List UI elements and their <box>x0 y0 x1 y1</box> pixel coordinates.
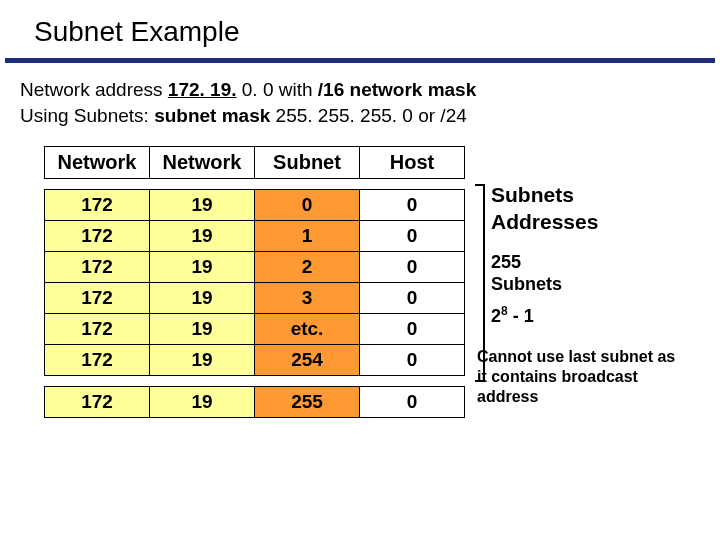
slide-title: Subnet Example <box>20 10 700 54</box>
intro-line2b: subnet mask <box>154 105 270 126</box>
cell-net1: 172 <box>45 345 150 376</box>
table-row: 172 19 0 0 <box>45 190 465 221</box>
note-subnets-addresses-l1: Subnets <box>491 182 677 208</box>
cell-net2: 19 <box>150 345 255 376</box>
cell-net1: 172 <box>45 221 150 252</box>
bracket-icon <box>473 184 485 382</box>
formula-exp: 8 <box>501 304 508 318</box>
cell-subnet: 0 <box>255 190 360 221</box>
col-host: Host <box>360 147 465 179</box>
cell-net1: 172 <box>45 387 150 418</box>
intro-text: Network address 172. 19. 0. 0 with /16 n… <box>20 77 700 128</box>
cell-host: 0 <box>360 314 465 345</box>
table-row: 172 19 etc. 0 <box>45 314 465 345</box>
cell-host: 0 <box>360 190 465 221</box>
cell-net2: 19 <box>150 252 255 283</box>
intro-line2c: 255. 255. 255. 0 or /24 <box>270 105 467 126</box>
col-subnet: Subnet <box>255 147 360 179</box>
intro-prefix: Network address <box>20 79 168 100</box>
table-row: 172 19 1 0 <box>45 221 465 252</box>
intro-addr: 172. 19. <box>168 79 237 100</box>
formula-base: 2 <box>491 306 501 326</box>
cell-subnet: 3 <box>255 283 360 314</box>
intro-mask1: /16 network mask <box>318 79 476 100</box>
cell-net1: 172 <box>45 314 150 345</box>
note-255-label: Subnets <box>491 274 562 294</box>
intro-line2a: Using Subnets: <box>20 105 154 126</box>
table-row: 172 19 3 0 <box>45 283 465 314</box>
table-row-last: 172 19 255 0 <box>45 387 465 418</box>
cell-host: 0 <box>360 221 465 252</box>
cell-net1: 172 <box>45 190 150 221</box>
cell-net1: 172 <box>45 283 150 314</box>
formula-rest: - 1 <box>508 306 534 326</box>
note-subnets-addresses-l2: Addresses <box>491 209 677 235</box>
note-broadcast-warning: Cannot use last subnet as it contains br… <box>477 347 677 407</box>
cell-subnet: 2 <box>255 252 360 283</box>
cell-subnet: 254 <box>255 345 360 376</box>
note-255-number: 255 <box>491 252 521 272</box>
cell-host: 0 <box>360 345 465 376</box>
cell-host: 0 <box>360 283 465 314</box>
table-header-row: Network Network Subnet Host <box>45 147 465 179</box>
intro-suffix1: 0. 0 with <box>237 79 318 100</box>
cell-net2: 19 <box>150 314 255 345</box>
col-network1: Network <box>45 147 150 179</box>
cell-net1: 172 <box>45 252 150 283</box>
cell-net2: 19 <box>150 283 255 314</box>
cell-net2: 19 <box>150 387 255 418</box>
divider <box>5 58 715 63</box>
cell-net2: 19 <box>150 190 255 221</box>
cell-subnet: etc. <box>255 314 360 345</box>
cell-host: 0 <box>360 387 465 418</box>
table-row: 172 19 254 0 <box>45 345 465 376</box>
cell-subnet: 1 <box>255 221 360 252</box>
side-notes: Subnets Addresses 255 Subnets 28 - 1 Can… <box>479 146 677 407</box>
col-network2: Network <box>150 147 255 179</box>
cell-host: 0 <box>360 252 465 283</box>
cell-net2: 19 <box>150 221 255 252</box>
cell-subnet: 255 <box>255 387 360 418</box>
subnet-table: Network Network Subnet Host 172 19 0 0 1… <box>44 146 465 418</box>
note-formula: 28 - 1 <box>491 304 677 328</box>
table-row: 172 19 2 0 <box>45 252 465 283</box>
